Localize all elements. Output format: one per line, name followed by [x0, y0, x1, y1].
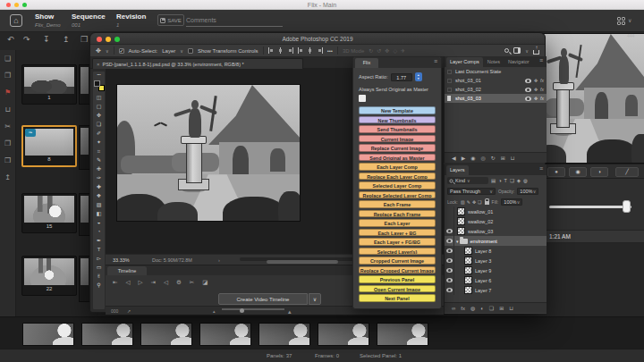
visibility-toggle[interactable] — [445, 285, 454, 295]
annotation-row[interactable]: 1:21 AM — [542, 230, 644, 243]
more-tools-icon[interactable]: ••• — [97, 72, 100, 79]
selected-layer-comp-button[interactable]: Selected Layer Comp — [359, 181, 436, 189]
blend-mode-dropdown[interactable]: Pass Through∨ — [447, 188, 496, 195]
status-chevron-icon[interactable]: › — [218, 257, 220, 263]
always-send-checkbox[interactable] — [359, 95, 366, 102]
next-comp-icon[interactable]: ▶ — [462, 155, 466, 161]
version-up-icon[interactable]: ↥ — [4, 173, 11, 182]
layer-row[interactable]: swallow_02 — [445, 216, 547, 226]
filter-pixel-icon[interactable]: ▤ — [491, 178, 496, 183]
document-tab[interactable]: × PSD-[panel_1.1.1.8-1].psd.psd @ 33.3% … — [92, 58, 303, 69]
new-comp-icon[interactable]: ⊞ — [501, 155, 505, 161]
lock-artboard-icon[interactable]: ❏ — [478, 199, 481, 205]
copy-panel-icon[interactable]: ❐ — [4, 139, 11, 148]
scale-3d-icon[interactable]: ✈ — [401, 47, 405, 54]
replace-cropped-current-image-button[interactable]: Replace Cropped Current Image — [359, 266, 436, 274]
color-swatches[interactable] — [94, 80, 105, 91]
each-layer-button[interactable]: Each Layer — [359, 219, 436, 227]
filter-smart-object-icon[interactable]: ◈ — [517, 178, 521, 183]
selected-layer-s--button[interactable]: Selected Layer(s) — [359, 248, 436, 256]
layer-comp-row[interactable]: Last Document State — [445, 67, 547, 76]
replace-each-layer-comp-button[interactable]: Replace Each Layer Comp — [359, 173, 436, 181]
open-current-image-button[interactable]: Open Current Image — [359, 285, 436, 293]
each-frame-button[interactable]: Each Frame — [359, 200, 436, 208]
cropped-current-image-button[interactable]: Cropped Current Image — [359, 257, 436, 265]
undo-icon[interactable]: ↶ — [7, 35, 14, 44]
update-visibility-icon[interactable]: ◎ — [481, 155, 486, 161]
align-center-icon[interactable] — [278, 47, 284, 54]
duplicate-panel-icon[interactable]: ❐ — [4, 72, 11, 80]
lock-all-icon[interactable] — [485, 201, 489, 205]
filter-kind-dropdown[interactable]: Kind ∨ — [447, 177, 488, 184]
filmstrip-panel[interactable] — [140, 323, 192, 346]
move-tool-icon[interactable]: ✥ — [96, 47, 101, 55]
layer-thumbnail[interactable] — [457, 217, 465, 225]
close-document-icon[interactable]: × — [97, 62, 100, 67]
small-brush-icon[interactable]: ● — [547, 167, 565, 177]
visibility-toggle[interactable] — [445, 265, 454, 275]
drag-3d-icon[interactable]: ✥ — [385, 47, 389, 54]
panel-menu-icon[interactable]: ≡ — [539, 165, 543, 172]
filmstrip-panel[interactable] — [377, 323, 428, 346]
create-video-timeline-button[interactable]: Create Video Timeline — [218, 293, 308, 305]
filter-shape-icon[interactable]: ❏ — [510, 178, 514, 183]
layer-style-icon[interactable]: fx — [461, 306, 465, 311]
dodge-tool[interactable]: ◔ — [97, 227, 101, 236]
visibility-toggle[interactable] — [445, 226, 454, 236]
layer-thumbnail[interactable] — [464, 286, 472, 294]
panel-menu-icon[interactable]: ≡ — [434, 58, 437, 64]
medium-brush-icon[interactable]: ◉ — [569, 167, 587, 177]
nav-sequence-label[interactable]: Sequence — [72, 13, 106, 21]
adjustment-layer-icon[interactable]: ◐ — [480, 306, 484, 311]
comp-apply-checkbox[interactable] — [447, 79, 452, 83]
layer-mask-icon[interactable]: ◍ — [470, 305, 475, 311]
more-align-options-icon[interactable]: ••• — [327, 48, 333, 54]
create-timeline-chevron-icon[interactable]: ∨ — [309, 293, 321, 305]
visibility-icon[interactable] — [525, 97, 531, 101]
layer-thumbnail[interactable] — [464, 266, 472, 274]
pen-line-icon[interactable]: ╱ — [615, 167, 639, 177]
delete-comp-icon[interactable]: ⊔ — [511, 155, 515, 161]
visibility-toggle[interactable] — [445, 206, 454, 216]
layer-comp-row-selected[interactable]: shot_03_03 ✥fx — [445, 94, 547, 103]
screen-mode-icon[interactable]: ▢ — [97, 102, 102, 111]
tool-preset-chevron-icon[interactable]: ∨ — [106, 48, 109, 54]
cut-panel-icon[interactable]: ✂ — [4, 122, 11, 131]
marquee-tool[interactable]: ❏ — [97, 120, 101, 129]
layer-group-icon[interactable]: ❏ — [489, 305, 494, 311]
nav-show-label[interactable]: Show — [35, 13, 54, 21]
layer-thumbnail[interactable] — [457, 227, 465, 235]
visibility-toggle[interactable] — [445, 246, 454, 256]
fx-icon[interactable]: fx — [540, 87, 544, 92]
layer-row[interactable]: Layer 3 — [445, 256, 547, 265]
open-folder-icon[interactable]: ❒ — [80, 35, 88, 44]
layer-thumbnail[interactable] — [464, 247, 472, 255]
slide-3d-icon[interactable]: ◇ — [393, 47, 397, 54]
move-tool[interactable]: ✥ — [97, 111, 101, 120]
visibility-toggle[interactable] — [445, 275, 454, 285]
tab-layer-comps[interactable]: Layer Comps — [446, 57, 483, 67]
tab-navigator[interactable]: Navigator — [504, 57, 533, 67]
preview-slider-handle[interactable] — [623, 200, 631, 213]
tab-layers[interactable]: Layers — [446, 165, 469, 175]
zoom-tool[interactable]: ⚲ — [97, 281, 100, 290]
eye-icon[interactable] — [446, 268, 453, 273]
workspace-icon[interactable] — [513, 47, 521, 54]
align-top-icon[interactable] — [298, 47, 303, 54]
tab-flix[interactable]: Flix — [355, 58, 378, 68]
new-layer-icon[interactable]: ⊞ — [499, 305, 504, 311]
position-icon[interactable]: ✥ — [534, 87, 538, 92]
layer-thumbnail[interactable] — [457, 207, 465, 215]
filter-switch-icon[interactable]: ◍ — [523, 178, 528, 183]
storyboard-panel-card[interactable]: 22 — [21, 256, 77, 296]
previous-panel-button[interactable]: Previous Panel — [359, 275, 436, 283]
audio-mute-icon[interactable]: ◁ — [164, 279, 168, 286]
transition-icon[interactable]: ◪ — [202, 279, 208, 286]
auto-select-checkbox[interactable] — [119, 48, 124, 54]
import-panel-icon[interactable]: ↧ — [43, 35, 50, 44]
layer-row[interactable]: Layer 6 — [445, 275, 547, 285]
next-panel-button[interactable]: Next Panel — [359, 294, 436, 302]
workspace-chevron-icon[interactable]: ∨ — [525, 48, 529, 54]
each-layer-bg-button[interactable]: Each Layer + BG — [359, 229, 436, 237]
current-image-button[interactable]: Current Image — [359, 135, 436, 143]
